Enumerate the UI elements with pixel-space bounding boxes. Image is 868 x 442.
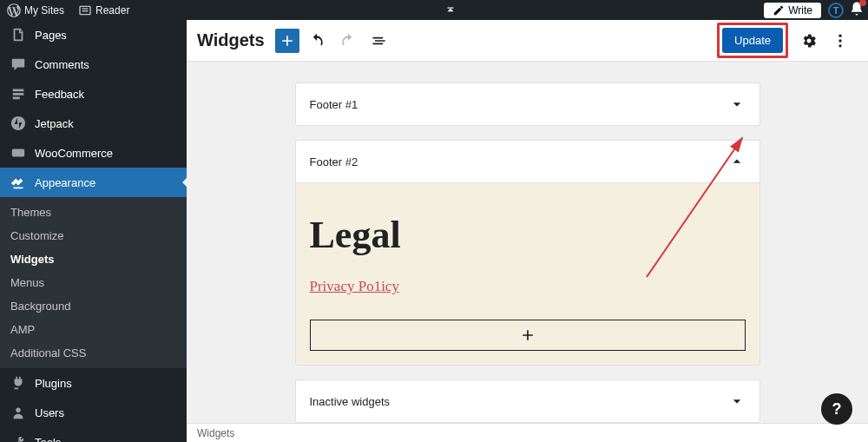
settings-icon[interactable] <box>795 27 823 55</box>
update-button[interactable]: Update <box>722 28 783 53</box>
widget-area-inactive: Inactive widgets <box>295 379 760 423</box>
update-highlight-annotation: Update <box>717 23 788 58</box>
svg-point-10 <box>838 44 841 47</box>
sidebar-item-woocommerce[interactable]: WooCommerce <box>0 138 187 168</box>
widget-area-body: Legal Privacy Po1icy <box>296 182 760 365</box>
status-bar: Widgets <box>187 423 868 442</box>
widget-area-footer-2: Footer #2 Legal Privacy Po1icy <box>295 140 760 366</box>
submenu-themes[interactable]: Themes <box>0 201 187 224</box>
sidebar-item-users[interactable]: Users <box>0 398 187 427</box>
chevron-down-icon <box>728 96 746 113</box>
wp-logo-menu[interactable]: My Sites <box>0 0 71 20</box>
submenu-amp[interactable]: AMP <box>0 318 187 341</box>
widget-area-footer-1: Footer #1 <box>295 82 760 126</box>
avatar[interactable]: T <box>828 3 844 18</box>
heading-block[interactable]: Legal <box>310 213 746 257</box>
notifications-icon[interactable] <box>849 1 865 19</box>
block-appender[interactable] <box>310 320 746 351</box>
widget-area-toggle[interactable]: Footer #2 <box>296 141 760 182</box>
chevron-down-icon <box>728 393 746 410</box>
write-button-label: Write <box>788 4 812 16</box>
add-block-button[interactable] <box>275 29 299 53</box>
svg-rect-3 <box>447 7 453 8</box>
breadcrumb[interactable]: Widgets <box>197 427 234 439</box>
widget-area-toggle[interactable]: Footer #1 <box>296 83 760 125</box>
undo-button[interactable] <box>303 27 331 55</box>
widget-area-toggle[interactable]: Inactive widgets <box>296 380 760 422</box>
list-view-button[interactable] <box>365 27 393 55</box>
submenu-additional-css[interactable]: Additional CSS <box>0 341 187 365</box>
svg-point-9 <box>838 39 841 42</box>
svg-point-4 <box>11 116 25 130</box>
admin-bar-caret[interactable] <box>439 4 462 16</box>
appearance-submenu: Themes Customize Widgets Menus Backgroun… <box>0 197 187 368</box>
svg-point-8 <box>838 34 841 36</box>
submenu-background[interactable]: Background <box>0 294 187 318</box>
sidebar-item-pages[interactable]: Pages <box>0 20 187 49</box>
sidebar-item-jetpack[interactable]: Jetpack <box>0 109 187 138</box>
page-title: Widgets <box>197 30 265 50</box>
submenu-menus[interactable]: Menus <box>0 271 187 294</box>
chevron-up-icon <box>728 153 746 170</box>
submenu-widgets[interactable]: Widgets <box>0 247 187 271</box>
sidebar-item-comments[interactable]: Comments <box>0 49 187 79</box>
svg-rect-5 <box>12 149 24 157</box>
link-block[interactable]: Privacy Po1icy <box>310 278 399 294</box>
sidebar-item-appearance[interactable]: Appearance <box>0 168 187 197</box>
sidebar-item-tools[interactable]: Tools <box>0 427 187 442</box>
submenu-customize[interactable]: Customize <box>0 224 187 247</box>
options-menu-icon[interactable] <box>826 27 854 55</box>
editor-header: Widgets Update <box>187 20 868 62</box>
reader-menu[interactable]: Reader <box>71 0 136 20</box>
svg-point-6 <box>16 408 20 412</box>
redo-button[interactable] <box>334 27 362 55</box>
help-button[interactable]: ? <box>821 393 852 425</box>
sidebar-item-plugins[interactable]: Plugins <box>0 368 187 398</box>
sidebar-item-feedback[interactable]: Feedback <box>0 79 187 109</box>
admin-bar-reader-label: Reader <box>95 4 129 16</box>
write-button[interactable]: Write <box>764 3 821 18</box>
admin-bar-mysites-label: My Sites <box>24 4 64 16</box>
